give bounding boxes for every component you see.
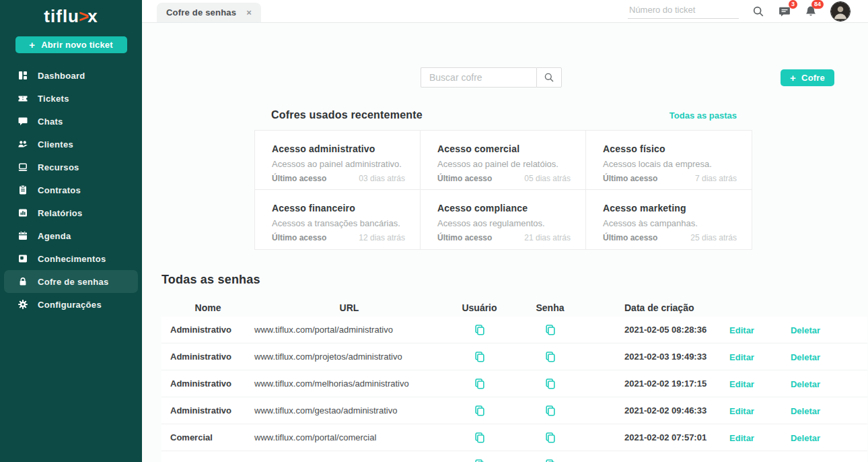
notification-badge: 84	[811, 0, 824, 9]
delete-link[interactable]: Deletar	[791, 406, 820, 416]
table-row: Comercial www.tiflux.com/portal/comercia…	[161, 424, 867, 451]
vault-card-comercial[interactable]: Acesso comercial Acessos ao painel de re…	[421, 131, 586, 190]
copy-user-icon[interactable]	[474, 405, 486, 417]
last-access-label: Último acesso	[603, 174, 657, 183]
add-vault-button[interactable]: + Cofre	[781, 69, 834, 86]
vault-card-administrativo[interactable]: Acesso administrativo Acessos ao painel …	[255, 131, 421, 190]
table-row: Administrativo www.tiflux.com/projetos/a…	[161, 343, 867, 370]
tab-cofre-de-senhas[interactable]: Cofre de senhas ×	[157, 3, 261, 22]
copy-password-icon[interactable]	[544, 459, 556, 462]
table-row: Administrativo www.tiflux.com/melhorias/…	[161, 370, 867, 397]
delete-link[interactable]: Deletar	[791, 352, 820, 362]
row-name: Administrativo	[161, 325, 254, 335]
plus-icon: +	[29, 39, 35, 51]
topbar: Cofre de senhas × 3 84	[142, 0, 868, 23]
copy-password-icon[interactable]	[544, 351, 556, 363]
column-header-senha: Senha	[515, 302, 585, 313]
copy-password-icon[interactable]	[544, 405, 556, 417]
sidebar-item-conhecimentos[interactable]: Conhecimentos	[4, 247, 138, 270]
row-name: Administrativo	[161, 352, 254, 362]
tab-close-icon[interactable]: ×	[246, 7, 252, 18]
vault-card-compliance[interactable]: Acesso compliance Acessos aos regulament…	[421, 190, 586, 249]
last-access-label: Último acesso	[603, 233, 657, 242]
logo-text-post: x	[87, 6, 98, 26]
tab-label: Cofre de senhas	[166, 7, 236, 18]
chat-icon	[17, 116, 28, 127]
search-icon	[544, 72, 554, 83]
last-access-label: Último acesso	[437, 174, 492, 183]
bell-icon[interactable]: 84	[804, 5, 818, 18]
last-access-label: Último acesso	[437, 233, 492, 242]
recent-vaults-section: Cofres usados recentemente Todas as past…	[254, 109, 752, 250]
all-passwords-section: Todas as senhas Nome URL Usuário Senha D…	[161, 273, 867, 462]
table-row-partial	[161, 451, 867, 462]
sidebar-item-agenda[interactable]: Agenda	[4, 224, 138, 247]
sidebar-item-relatorios[interactable]: Relatórios	[4, 201, 138, 224]
row-created-at: 2021-02-05 08:28:36	[585, 325, 713, 335]
user-avatar[interactable]	[830, 1, 851, 22]
ticket-number-input[interactable]	[628, 3, 739, 19]
vault-card-financeiro[interactable]: Acesso financeiro Acessos a transações b…	[255, 190, 421, 249]
row-created-at: 2021-02-02 07:57:01	[585, 432, 713, 442]
book-icon	[17, 253, 28, 264]
sidebar-item-cofre-de-senhas[interactable]: Cofre de senhas	[4, 270, 138, 293]
calendar-icon	[17, 230, 28, 241]
sidebar-item-chats[interactable]: Chats	[4, 110, 138, 133]
delete-link[interactable]: Deletar	[791, 325, 820, 335]
chart-icon	[17, 207, 28, 218]
copy-password-icon[interactable]	[544, 432, 556, 444]
edit-link[interactable]: Editar	[729, 325, 754, 335]
edit-link[interactable]: Editar	[729, 406, 754, 416]
edit-link[interactable]: Editar	[729, 433, 754, 443]
vault-card-marketing[interactable]: Acesso marketing Acessos às campanhas. Ú…	[586, 190, 752, 249]
edit-link[interactable]: Editar	[729, 352, 754, 362]
row-name: Administrativo	[161, 405, 254, 416]
copy-password-icon[interactable]	[544, 324, 556, 336]
row-url: www.tiflux.com/portal/comercial	[254, 432, 444, 442]
delete-link[interactable]: Deletar	[791, 379, 820, 389]
people-icon	[17, 139, 28, 150]
row-url: www.tiflux.com/portal/administrativo	[254, 325, 444, 335]
sidebar-item-configuracoes[interactable]: Configurações	[4, 293, 138, 316]
all-folders-link[interactable]: Todas as pastas	[670, 110, 737, 121]
topbar-actions: 3 84	[628, 1, 868, 22]
open-new-ticket-button[interactable]: + Abrir novo ticket	[15, 36, 127, 53]
lock-icon	[17, 276, 28, 287]
vault-search-input[interactable]	[421, 67, 536, 88]
tiflux-logo: tiflu>x	[0, 6, 142, 27]
sidebar: tiflu>x + Abrir novo ticket Dashboard Ti…	[0, 0, 142, 462]
chat-notifications-icon[interactable]: 3	[778, 5, 791, 18]
last-access-label: Último acesso	[272, 233, 326, 242]
row-url: www.tiflux.com/gestao/administrativo	[254, 405, 444, 416]
vault-search-button[interactable]	[536, 67, 562, 88]
last-access-label: Último acesso	[272, 174, 326, 183]
row-name: Comercial	[161, 432, 254, 442]
copy-user-icon[interactable]	[474, 432, 486, 444]
logo-text-pre: tiflu	[44, 6, 79, 26]
laptop-icon	[17, 162, 28, 172]
search-icon[interactable]	[752, 5, 765, 18]
passwords-table: Nome URL Usuário Senha Data de criação A…	[161, 299, 867, 462]
sidebar-item-tickets[interactable]: Tickets	[4, 87, 138, 110]
column-header-nome: Nome	[161, 302, 254, 313]
copy-password-icon[interactable]	[544, 378, 556, 390]
add-vault-label: Cofre	[801, 73, 825, 83]
passwords-table-header: Nome URL Usuário Senha Data de criação	[161, 299, 867, 317]
vault-search-group	[421, 67, 562, 88]
sidebar-item-recursos[interactable]: Recursos	[4, 156, 138, 178]
copy-user-icon[interactable]	[474, 324, 486, 336]
copy-user-icon[interactable]	[474, 351, 486, 363]
edit-link[interactable]: Editar	[729, 379, 754, 389]
delete-link[interactable]: Deletar	[791, 433, 820, 443]
vault-toolbar: + Cofre	[161, 67, 834, 88]
sidebar-item-dashboard[interactable]: Dashboard	[4, 64, 138, 87]
gear-icon	[17, 299, 28, 310]
open-new-ticket-label: Abrir novo ticket	[41, 40, 113, 50]
copy-user-icon[interactable]	[474, 459, 486, 462]
vault-card-fisico[interactable]: Acesso físico Acessos locais da empresa.…	[586, 131, 752, 190]
sidebar-item-contratos[interactable]: Contratos	[4, 178, 138, 201]
copy-user-icon[interactable]	[474, 378, 486, 390]
last-access-value: 25 dias atrás	[690, 233, 737, 242]
all-passwords-title: Todas as senhas	[161, 273, 867, 287]
sidebar-item-clientes[interactable]: Clientes	[4, 133, 138, 156]
